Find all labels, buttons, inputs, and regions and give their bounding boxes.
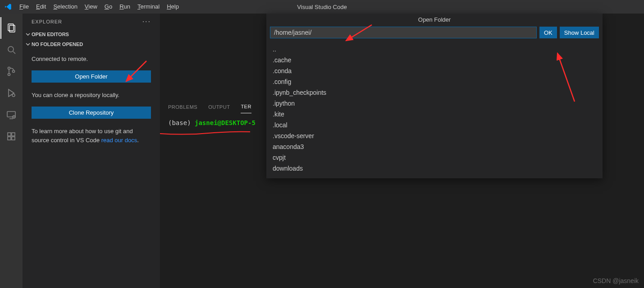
terminal-prefix: (base) (168, 119, 195, 126)
menu-run[interactable]: Run (116, 0, 134, 14)
titlebar: File Edit Selection View Go Run Terminal… (0, 0, 644, 14)
list-item[interactable]: cvpjt (266, 152, 603, 163)
clone-repository-button[interactable]: Clone Repository (32, 107, 151, 119)
explorer-more-icon[interactable]: ··· (142, 18, 151, 26)
explorer-header: EXPLORER ··· (23, 14, 160, 29)
svg-point-2 (8, 46, 14, 52)
open-folder-button[interactable]: Open Folder (32, 70, 151, 83)
menu-file[interactable]: File (16, 0, 32, 14)
activity-run-debug[interactable] (0, 82, 22, 104)
list-item[interactable]: .ipynb_checkpoints (266, 87, 603, 98)
ok-button[interactable]: OK (539, 27, 557, 38)
open-editors-label: OPEN EDITORS (32, 32, 69, 37)
open-folder-dialog: Open Folder OK Show Local .. .cache .con… (266, 14, 603, 178)
svg-point-4 (8, 67, 10, 70)
svg-rect-14 (12, 133, 15, 136)
svg-rect-0 (8, 24, 14, 31)
watermark: CSDN @jasneik (593, 277, 639, 284)
chevron-down-icon (24, 42, 32, 47)
connected-text: Connected to remote. (32, 55, 151, 64)
folder-path-input[interactable] (270, 27, 537, 38)
menu-edit[interactable]: Edit (32, 0, 50, 14)
folder-list: .. .cache .conda .config .ipynb_checkpoi… (266, 42, 603, 178)
list-item[interactable]: .local (266, 120, 603, 130)
svg-rect-12 (8, 137, 11, 140)
activity-explorer[interactable] (0, 17, 22, 39)
menu-selection[interactable]: Selection (50, 0, 81, 14)
list-item[interactable]: .conda (266, 65, 603, 76)
menu-go[interactable]: Go (101, 0, 116, 14)
list-item[interactable]: .ipython (266, 98, 603, 109)
menu-help[interactable]: Help (163, 0, 183, 14)
window-title: Visual Studio Code (297, 4, 347, 10)
svg-rect-8 (7, 111, 15, 117)
panel-tab-output[interactable]: OUTPUT (208, 101, 230, 113)
explorer-title: EXPLORER (32, 19, 62, 24)
vscode-logo-icon (0, 3, 16, 11)
activity-source-control[interactable] (0, 60, 22, 82)
activity-extensions[interactable] (0, 125, 22, 147)
list-item[interactable]: downloads (266, 163, 603, 174)
svg-point-5 (8, 74, 10, 76)
svg-point-6 (13, 70, 15, 73)
explorer-sidebar: EXPLORER ··· OPEN EDITORS NO FOLDER OPEN… (23, 14, 160, 288)
menu-terminal[interactable]: Terminal (134, 0, 163, 14)
list-item[interactable]: anaconda3 (266, 141, 603, 152)
show-local-button[interactable]: Show Local (560, 27, 599, 38)
main-menu: File Edit Selection View Go Run Terminal… (16, 0, 183, 14)
chevron-down-icon (24, 32, 32, 37)
open-editors-section[interactable]: OPEN EDITORS (23, 29, 160, 39)
list-item[interactable]: .. (266, 44, 603, 55)
learn-more-text: To learn more about how to use git and s… (32, 127, 151, 146)
list-item[interactable]: .kite (266, 109, 603, 120)
panel-tab-terminal[interactable]: TER (241, 100, 251, 113)
terminal-user-host: jasnei@DESKTOP-5 (195, 119, 256, 126)
svg-line-3 (13, 51, 15, 54)
no-folder-label: NO FOLDER OPENED (32, 42, 83, 47)
svg-point-7 (12, 94, 15, 97)
activity-remote[interactable] (0, 104, 22, 125)
list-item[interactable]: .vscode-server (266, 130, 603, 141)
clone-text: You can clone a repository locally. (32, 91, 151, 100)
activity-search[interactable] (0, 39, 22, 60)
no-folder-body: Connected to remote. Open Folder You can… (23, 49, 160, 157)
activity-bar (0, 14, 23, 288)
list-item[interactable]: .config (266, 76, 603, 87)
no-folder-section[interactable]: NO FOLDER OPENED (23, 39, 160, 49)
svg-rect-13 (12, 137, 15, 140)
svg-rect-1 (9, 25, 15, 32)
dialog-title: Open Folder (266, 14, 603, 27)
svg-rect-11 (8, 133, 11, 136)
annotation-underline (160, 131, 250, 135)
panel-tab-problems[interactable]: PROBLEMS (168, 101, 197, 113)
read-docs-link[interactable]: read our docs (101, 137, 137, 144)
list-item[interactable]: .cache (266, 55, 603, 65)
menu-view[interactable]: View (81, 0, 101, 14)
